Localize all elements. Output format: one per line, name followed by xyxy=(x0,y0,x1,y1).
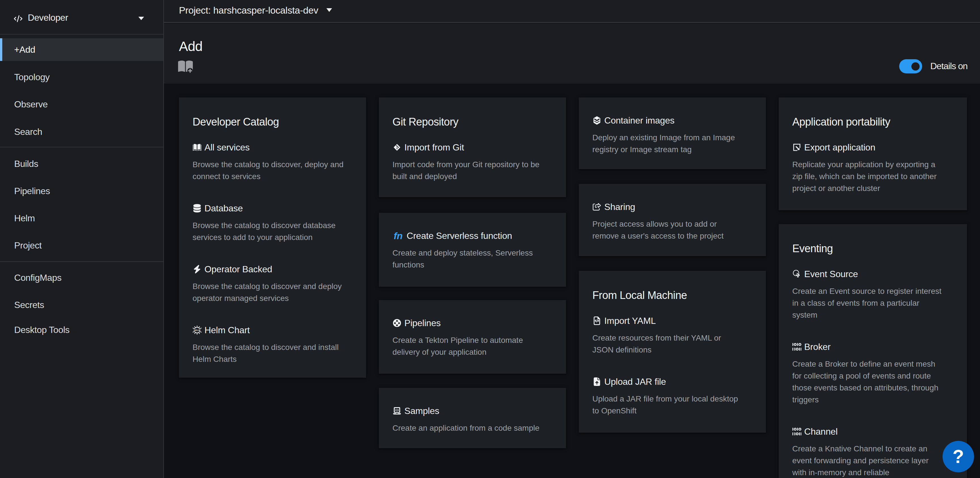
svg-text:HELM: HELM xyxy=(194,329,200,332)
